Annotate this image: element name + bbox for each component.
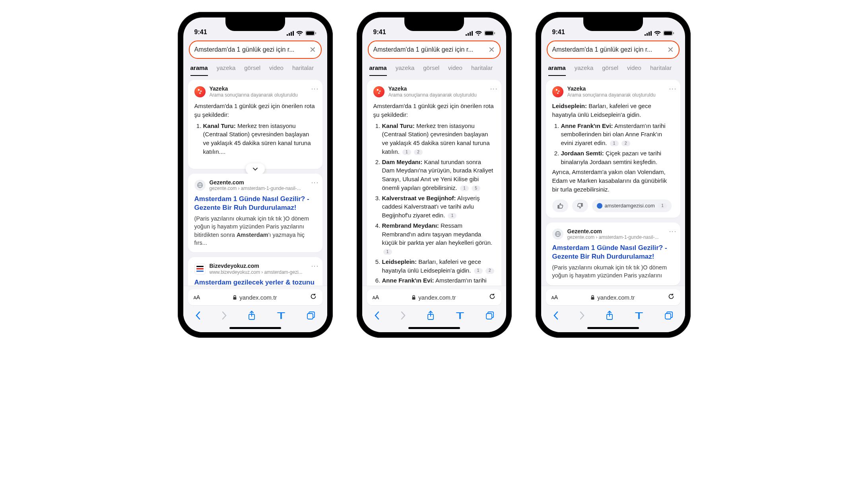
source-chip-1[interactable]: amsterdamgezisi.com1: [592, 199, 672, 212]
result-breadcrumb: www.bizevdeyokuz.com › amsterdam-gezi...: [210, 269, 303, 275]
clear-search-icon[interactable]: ✕: [309, 46, 316, 54]
search-result-card[interactable]: Gezente.com gezente.com › amsterdam-1-gu…: [188, 174, 322, 253]
text-size-button[interactable]: AA: [373, 294, 379, 300]
yazeka-subtitle: Arama sonuçlarına dayanarak oluşturuldu: [388, 92, 477, 98]
tabs-button[interactable]: [485, 311, 494, 320]
clear-search-icon[interactable]: ✕: [667, 46, 674, 54]
svg-rect-29: [673, 32, 674, 34]
text-size-button[interactable]: AA: [194, 294, 200, 300]
tab-haritalar[interactable]: haritalar: [292, 64, 314, 76]
clear-search-icon[interactable]: ✕: [488, 46, 495, 54]
tab-video[interactable]: video: [627, 64, 641, 76]
cellular-icon: [287, 31, 294, 36]
card-menu-icon[interactable]: ⋮: [312, 179, 318, 187]
results-scroll[interactable]: Yazeka Arama sonuçlarına dayanarak oluşt…: [541, 76, 685, 286]
address-domain: yandex.com.tr: [597, 294, 635, 301]
text-size-button[interactable]: AA: [551, 294, 558, 300]
tab-arama[interactable]: arama: [548, 64, 566, 76]
yazeka-title: Yazeka: [388, 85, 477, 92]
home-indicator: [587, 327, 639, 329]
battery-icon: [663, 31, 674, 36]
svg-rect-25: [649, 32, 650, 36]
address-bar[interactable]: AA yandex.com.tr: [188, 289, 322, 305]
tab-gorsel[interactable]: görsel: [423, 64, 439, 76]
notch: [225, 17, 285, 31]
site-globe-icon: [194, 180, 206, 191]
share-button[interactable]: [427, 311, 435, 320]
thumbs-down-button[interactable]: [572, 199, 588, 212]
back-button[interactable]: [195, 311, 201, 320]
share-button[interactable]: [606, 311, 614, 320]
result-title: Amsterdam 1 Günde Nasıl Gezilir? - Gezen…: [552, 244, 674, 261]
back-button[interactable]: [553, 311, 559, 320]
forward-button[interactable]: [221, 311, 227, 320]
yazeka-body: Amsterdam'da 1 günlük gezi için önerilen…: [373, 102, 495, 286]
status-time: 9:41: [194, 29, 207, 36]
search-bar[interactable]: Amsterdam'da 1 günlük gezi için r... ✕: [368, 41, 501, 59]
reload-button[interactable]: [310, 293, 317, 302]
tab-yazeka[interactable]: yazeka: [396, 64, 415, 76]
list-item-title: Kanal Turu:: [203, 122, 236, 129]
tab-haritalar[interactable]: haritalar: [471, 64, 493, 76]
svg-rect-3: [293, 31, 294, 36]
svg-rect-19: [494, 32, 495, 34]
share-button[interactable]: [248, 311, 256, 320]
card-menu-icon[interactable]: ⋮: [491, 85, 497, 93]
svg-rect-35: [665, 314, 671, 319]
thumbs-up-icon: [557, 203, 563, 209]
card-menu-icon[interactable]: ⋮: [312, 263, 318, 270]
search-query-text: Amsterdam'da 1 günlük gezi için r...: [552, 46, 664, 53]
card-menu-icon[interactable]: ⋮: [312, 85, 318, 93]
reload-button[interactable]: [489, 293, 496, 302]
status-time: 9:41: [373, 29, 386, 36]
back-button[interactable]: [374, 311, 380, 320]
tab-haritalar[interactable]: haritalar: [650, 64, 672, 76]
tabs-button[interactable]: [307, 311, 315, 320]
tab-arama[interactable]: arama: [369, 64, 387, 76]
search-tabs: arama yazeka görsel video haritalar: [183, 59, 327, 76]
address-bar[interactable]: AA yandex.com.tr: [546, 289, 680, 305]
search-result-card[interactable]: Bizevdeyokuz.com www.bizevdeyokuz.com › …: [188, 257, 322, 286]
tab-yazeka[interactable]: yazeka: [217, 64, 236, 76]
search-bar[interactable]: Amsterdam'da 1 günlük gezi için r... ✕: [189, 41, 322, 59]
expand-button[interactable]: [246, 163, 265, 174]
forward-button[interactable]: [400, 311, 406, 320]
tab-gorsel[interactable]: görsel: [244, 64, 260, 76]
results-scroll[interactable]: Yazeka Arama sonuçlarına dayanarak oluşt…: [183, 76, 327, 286]
bookmarks-button[interactable]: [455, 312, 465, 319]
yazeka-subtitle: Arama sonuçlarına dayanarak oluşturuldu: [567, 92, 656, 98]
tab-arama[interactable]: arama: [190, 64, 208, 76]
address-bar[interactable]: AA yandex.com.tr: [367, 289, 501, 305]
safari-toolbar: AA yandex.com.tr: [362, 286, 506, 332]
home-indicator: [229, 327, 281, 329]
svg-rect-14: [468, 33, 469, 36]
tab-video[interactable]: video: [448, 64, 462, 76]
site-favicon: [194, 263, 206, 275]
results-scroll[interactable]: Yazeka Arama sonuçlarına dayanarak oluşt…: [362, 76, 506, 286]
tab-video[interactable]: video: [269, 64, 284, 76]
notch: [583, 17, 643, 31]
search-result-card[interactable]: Gezente.com gezente.com › amsterdam-1-gu…: [546, 223, 680, 285]
notch: [404, 17, 464, 31]
bookmarks-button[interactable]: [634, 312, 644, 319]
tabs-button[interactable]: [664, 311, 673, 320]
yazeka-intro: Amsterdam'da 1 günlük gezi için önerilen…: [194, 103, 315, 118]
svg-rect-12: [307, 314, 313, 319]
yazeka-title: Yazeka: [567, 85, 656, 92]
svg-rect-26: [651, 31, 652, 36]
svg-rect-33: [591, 297, 594, 300]
forward-button[interactable]: [579, 311, 585, 320]
bookmarks-button[interactable]: [276, 312, 286, 319]
tab-gorsel[interactable]: görsel: [602, 64, 618, 76]
svg-rect-1: [289, 33, 290, 36]
result-breadcrumb: gezente.com › amsterdam-1-gunde-nasil-..…: [567, 234, 659, 240]
reload-button[interactable]: [668, 293, 675, 302]
result-site-name: Gezente.com: [210, 179, 301, 186]
card-menu-icon[interactable]: ⋮: [670, 228, 676, 236]
card-menu-icon[interactable]: ⋮: [670, 85, 676, 93]
tab-yazeka[interactable]: yazeka: [575, 64, 594, 76]
yazeka-icon: [552, 86, 563, 97]
search-bar[interactable]: Amsterdam'da 1 günlük gezi için r... ✕: [547, 41, 680, 59]
thumbs-up-button[interactable]: [552, 199, 568, 212]
search-tabs: arama yazeka görsel video haritalar: [362, 59, 506, 76]
